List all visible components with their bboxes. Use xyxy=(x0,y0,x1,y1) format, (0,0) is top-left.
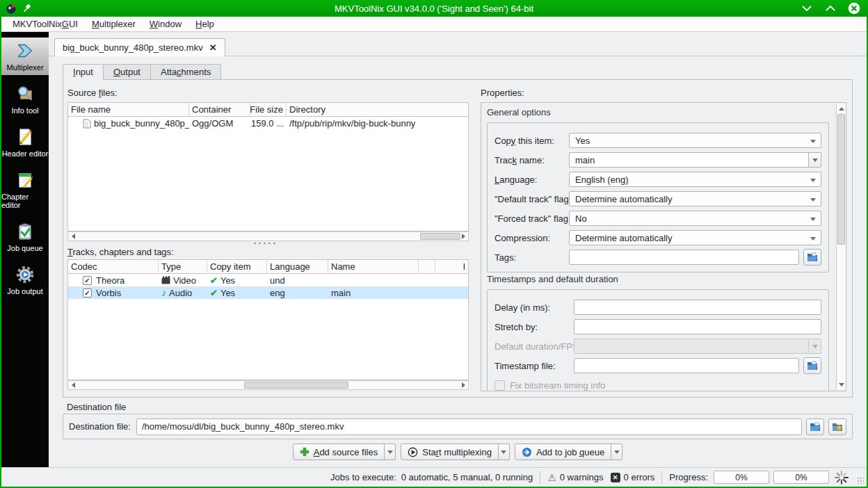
destination-favorites-button[interactable] xyxy=(828,418,846,435)
col-file-name[interactable]: File name xyxy=(68,103,189,116)
properties-vscroll-thumb[interactable] xyxy=(837,114,845,245)
add-source-files-dropdown[interactable] xyxy=(385,444,396,460)
col-directory[interactable]: Directory xyxy=(287,103,468,116)
language-select[interactable]: English (eng) xyxy=(569,172,821,187)
tags-browse-button[interactable] xyxy=(803,249,821,266)
properties-panel: General options Copy this item: Yes Trac… xyxy=(481,102,846,391)
add-source-files-button[interactable]: Add source files xyxy=(293,444,385,460)
default-track-flag-select[interactable]: Determine automatically xyxy=(569,191,821,206)
forced-track-flag-label: "Forced track" flag: xyxy=(495,213,569,224)
maximize-button[interactable] xyxy=(823,1,837,15)
plus-icon xyxy=(300,447,310,457)
track-row-audio[interactable]: ✓ Vorbis ♪ Audio ✔ Yes eng main xyxy=(68,286,468,299)
play-icon xyxy=(408,447,418,457)
fix-bitstream-label: Fix bitstream timing info xyxy=(510,380,605,391)
forced-track-flag-select[interactable]: No xyxy=(569,211,821,226)
header-editor-icon xyxy=(15,127,35,149)
sidebar-item-job-queue[interactable]: Job queue xyxy=(1,218,49,256)
compression-label: Compression: xyxy=(495,233,569,243)
titlebar: MKVToolNix GUI v34.0.0 ('Sight and Seen'… xyxy=(0,0,868,17)
close-button[interactable] xyxy=(847,1,861,15)
sidebar-item-job-output[interactable]: Job output xyxy=(1,261,49,299)
source-files-hscrollbar[interactable] xyxy=(67,231,469,241)
app-logo-icon[interactable] xyxy=(6,3,17,14)
timestamp-file-input[interactable] xyxy=(574,358,799,373)
splitter-handle[interactable] xyxy=(252,242,276,245)
compression-select[interactable]: Determine automatically xyxy=(569,230,821,245)
file-tab-label: big_buck_bunny_480p_stereo.mkv xyxy=(63,42,203,53)
track-enabled-checkbox[interactable]: ✓ xyxy=(83,276,92,285)
timestamp-file-label: Timestamp file: xyxy=(495,361,574,371)
start-multiplexing-button[interactable]: Start multiplexing xyxy=(401,444,499,460)
col-language[interactable]: Language xyxy=(267,260,328,273)
timestamps-group: Timestamps and default duration Delay (i… xyxy=(487,274,829,391)
progress-bar-current: 0% xyxy=(714,471,769,484)
input-tab-pane: Source files: File name Container File s… xyxy=(63,79,853,398)
tab-attachments[interactable]: Attachments xyxy=(150,64,221,80)
timestamp-file-browse-button[interactable] xyxy=(803,357,821,374)
dropdown-arrow-icon xyxy=(810,198,816,202)
sidebar-item-header-editor[interactable]: Header editor xyxy=(1,124,49,161)
dropdown-arrow-icon xyxy=(614,450,620,454)
track-name-dropdown-button[interactable] xyxy=(808,152,821,168)
add-to-job-queue-splitbutton: Add to job queue xyxy=(515,444,622,460)
pin-icon[interactable] xyxy=(22,3,32,13)
stretch-by-input[interactable] xyxy=(574,319,821,334)
source-files-table: File name Container File size Directory … xyxy=(67,102,469,231)
tracks-hscrollbar[interactable] xyxy=(67,380,469,390)
delay-input[interactable] xyxy=(574,300,821,315)
col-name[interactable]: Name xyxy=(328,260,419,273)
source-files-header: File name Container File size Directory xyxy=(68,103,468,117)
col-type[interactable]: Type xyxy=(159,260,207,273)
delay-label: Delay (in ms): xyxy=(495,302,574,313)
tracks-hscroll-thumb[interactable] xyxy=(244,382,348,389)
add-to-job-queue-button[interactable]: Add to job queue xyxy=(515,444,611,460)
tab-input[interactable]: Input xyxy=(63,64,104,80)
track-row-video[interactable]: ✓ Theora Video ✔ Yes und xyxy=(68,274,468,286)
jobs-to-execute-value: 0 automatic, 5 manual, 0 running xyxy=(401,472,533,482)
sidebar-item-multiplexer[interactable]: Multiplexer xyxy=(1,38,49,75)
col-copy-item[interactable]: Copy item xyxy=(207,260,267,273)
destination-browse-button[interactable] xyxy=(806,418,824,435)
copy-this-item-select[interactable]: Yes xyxy=(569,133,821,148)
info-tool-icon xyxy=(15,83,35,106)
tab-output[interactable]: Output xyxy=(103,64,151,80)
menubar: MKVToolNix GUI Multiplexer Window Help xyxy=(1,17,867,32)
destination-file-input[interactable] xyxy=(136,418,802,435)
jobs-to-execute-label: Jobs to execute: xyxy=(330,472,396,482)
start-multiplexing-dropdown[interactable] xyxy=(499,444,510,460)
col-file-size[interactable]: File size xyxy=(250,103,287,116)
tags-input[interactable] xyxy=(569,250,799,265)
menu-multiplexer[interactable]: Multiplexer xyxy=(85,17,143,32)
add-to-job-queue-dropdown[interactable] xyxy=(611,444,622,460)
track-name-combo[interactable]: main xyxy=(569,152,821,168)
content-area: big_buck_bunny_480p_stereo.mkv ✕ Input O… xyxy=(49,32,867,467)
source-file-row[interactable]: big_buck_bunny_480p_... Ogg/OGM 159.0 ..… xyxy=(68,117,468,130)
resize-grip[interactable] xyxy=(857,477,864,484)
menu-mkvtoolnix-gui[interactable]: MKVToolNix GUI xyxy=(6,17,85,32)
col-id[interactable]: I xyxy=(435,260,468,273)
file-icon xyxy=(83,119,91,129)
menu-help[interactable]: Help xyxy=(188,17,221,32)
audio-track-icon: ♪ xyxy=(161,287,166,298)
col-empty[interactable] xyxy=(419,260,435,273)
sidebar-item-info-tool[interactable]: Info tool xyxy=(1,81,49,118)
statusbar-separator xyxy=(540,471,540,484)
col-codec[interactable]: Codec xyxy=(68,260,159,273)
file-tab[interactable]: big_buck_bunny_480p_stereo.mkv ✕ xyxy=(54,38,225,56)
dropdown-arrow-icon xyxy=(810,237,816,241)
track-enabled-checkbox[interactable]: ✓ xyxy=(83,288,92,298)
source-files-hscroll-thumb[interactable] xyxy=(420,233,460,240)
sidebar-item-chapter-editor[interactable]: Chapter editor xyxy=(1,167,49,213)
col-container[interactable]: Container xyxy=(189,103,250,116)
start-multiplexing-splitbutton: Start multiplexing xyxy=(401,444,510,460)
minimize-button[interactable] xyxy=(800,1,814,15)
file-tab-close-icon[interactable]: ✕ xyxy=(209,42,217,53)
error-icon: ✕ xyxy=(611,473,620,482)
default-track-flag-label: "Default track" flag: xyxy=(495,194,569,204)
warnings-count: 0 warnings xyxy=(560,472,604,482)
copy-yes-icon: ✔ xyxy=(210,275,218,286)
menu-window[interactable]: Window xyxy=(143,17,188,32)
destination-group: Destination file Destination file: xyxy=(63,402,853,439)
properties-vscrollbar[interactable] xyxy=(836,104,846,390)
